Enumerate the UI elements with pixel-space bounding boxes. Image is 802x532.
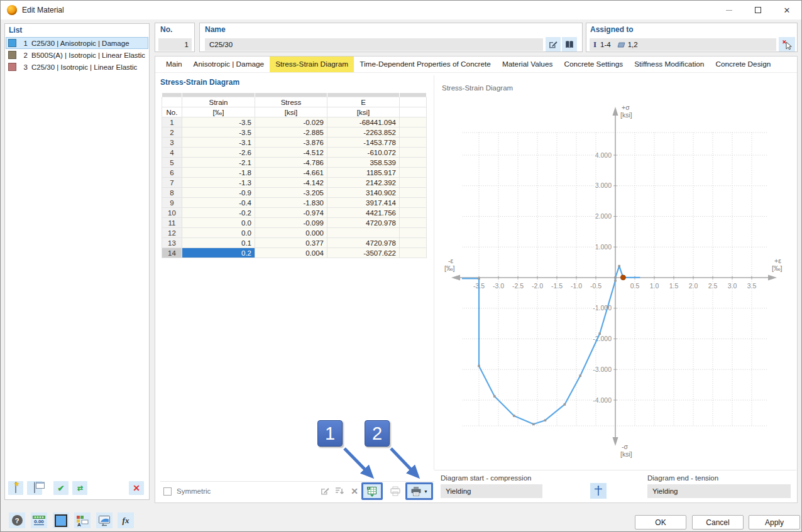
e-modulus-cell[interactable]: -1453.778 (327, 138, 400, 148)
stress-cell[interactable]: 0.377 (255, 238, 327, 248)
assigned-to-field[interactable]: I 1-4 1,2 (590, 38, 776, 51)
tab-concrete-settings[interactable]: Concrete Settings (558, 57, 629, 72)
delete-material-button[interactable]: ✕ (129, 481, 144, 495)
stress-cell[interactable]: -2.885 (255, 128, 327, 138)
row-number-cell[interactable]: 13 (162, 238, 182, 248)
e-modulus-cell[interactable]: 358.539 (327, 158, 400, 168)
strain-cell[interactable]: -0.9 (182, 188, 255, 198)
extra-cell[interactable] (400, 248, 427, 258)
ok-button[interactable]: OK (635, 515, 686, 529)
stress-cell[interactable]: -0.029 (255, 117, 327, 128)
display-properties-button[interactable]: A (74, 513, 91, 528)
stress-cell[interactable]: -3.876 (255, 138, 327, 148)
excel-import-button[interactable] (366, 486, 378, 497)
column-header[interactable] (400, 97, 427, 107)
list-item[interactable]: 1C25/30 | Anisotropic | Damage (6, 37, 148, 49)
symmetric-checkbox[interactable] (163, 487, 172, 496)
column-header[interactable]: E (327, 97, 400, 107)
strain-cell[interactable]: -3.5 (182, 128, 255, 138)
extra-cell[interactable] (400, 198, 427, 208)
extra-cell[interactable] (400, 188, 427, 198)
strain-cell[interactable]: 0.0 (182, 218, 255, 228)
stress-cell[interactable]: -0.099 (255, 218, 327, 228)
edit-name-button[interactable] (546, 37, 561, 52)
column-header[interactable]: Strain (182, 97, 255, 107)
e-modulus-cell[interactable]: 2142.392 (327, 178, 400, 188)
row-number-cell[interactable]: 6 (162, 168, 182, 178)
new-material-button[interactable]: ★ (8, 481, 23, 495)
e-modulus-cell[interactable]: 4421.756 (327, 208, 400, 218)
row-number-cell[interactable]: 3 (162, 138, 182, 148)
stress-cell[interactable]: -4.786 (255, 158, 327, 168)
sort-rows-button[interactable] (333, 485, 346, 497)
stress-cell[interactable]: -1.830 (255, 198, 327, 208)
decimal-places-button[interactable]: 0.00 (31, 513, 47, 528)
row-number-cell[interactable]: 7 (162, 178, 182, 188)
extra-cell[interactable] (400, 168, 427, 178)
help-button[interactable]: ? (9, 513, 25, 528)
row-number-cell[interactable]: 12 (162, 228, 182, 238)
material-name-field[interactable]: C25/30 (205, 38, 543, 51)
e-modulus-cell[interactable]: -2263.852 (327, 128, 400, 138)
minimize-button[interactable] (715, 1, 744, 19)
close-button[interactable]: ✕ (772, 1, 801, 19)
formula-button[interactable]: fx (118, 513, 134, 528)
extra-cell[interactable] (400, 228, 427, 238)
tab-anisotropic-damage[interactable]: Anisotropic | Damage (188, 57, 270, 72)
stress-cell[interactable]: 0.000 (255, 228, 327, 238)
print-preview-button[interactable] (389, 485, 402, 497)
edit-point-button[interactable] (319, 485, 331, 497)
e-modulus-cell[interactable]: -68441.094 (327, 117, 400, 128)
extra-cell[interactable] (400, 178, 427, 188)
row-number-cell[interactable]: 8 (162, 188, 182, 198)
apply-button[interactable]: Apply (749, 515, 800, 529)
stress-cell[interactable]: -4.661 (255, 168, 327, 178)
extra-cell[interactable] (400, 117, 427, 128)
axis-settings-button[interactable] (590, 483, 607, 499)
e-modulus-cell[interactable]: 3140.902 (327, 188, 400, 198)
strain-cell[interactable]: 0.0 (182, 228, 255, 238)
strain-cell[interactable]: -3.1 (182, 138, 255, 148)
list-item[interactable]: 2B500S(A) | Isotropic | Linear Elastic (6, 49, 148, 61)
stress-strain-chart[interactable]: -3.5-3.0-2.5-2.0-1.5-1.0-0.50.51.01.52.0… (434, 80, 796, 469)
rendering-button[interactable] (96, 513, 113, 528)
material-number-field[interactable]: 1 (158, 38, 192, 51)
row-number-cell[interactable]: 5 (162, 158, 182, 168)
row-number-cell[interactable]: 14 (162, 248, 182, 258)
toggle-selection-button[interactable]: ⇄ (72, 481, 87, 495)
strain-cell[interactable]: 0.2 (182, 248, 255, 258)
cancel-button[interactable]: Cancel (692, 515, 744, 529)
stress-cell[interactable]: -0.974 (255, 208, 327, 218)
strain-cell[interactable]: -3.5 (182, 117, 255, 128)
stress-cell[interactable]: -4.142 (255, 178, 327, 188)
e-modulus-cell[interactable]: 4720.978 (327, 218, 400, 228)
select-all-button[interactable]: ✔ (53, 481, 69, 495)
row-number-cell[interactable]: 10 (162, 208, 182, 218)
e-modulus-cell[interactable]: 3917.414 (327, 198, 400, 208)
tab-material-values[interactable]: Material Values (497, 57, 558, 72)
select-assignment-button[interactable] (779, 37, 795, 52)
extra-cell[interactable] (400, 148, 427, 158)
tab-stiffness-modification[interactable]: Stiffness Modification (629, 57, 710, 72)
row-number-cell[interactable]: 11 (162, 218, 182, 228)
strain-cell[interactable]: 0.1 (182, 238, 255, 248)
print-dropdown-arrow[interactable]: ▼ (424, 489, 428, 494)
delete-rows-button[interactable]: ✕ (348, 485, 361, 497)
column-header[interactable] (162, 97, 182, 107)
extra-cell[interactable] (400, 238, 427, 248)
e-modulus-cell[interactable]: 4720.978 (327, 238, 400, 248)
e-modulus-cell[interactable]: -610.072 (327, 148, 400, 158)
tab-concrete-design[interactable]: Concrete Design (710, 57, 776, 72)
stress-cell[interactable]: -4.512 (255, 148, 327, 158)
tab-stress-strain-diagram[interactable]: Stress-Strain Diagram (270, 57, 354, 72)
color-button[interactable] (53, 513, 69, 528)
strain-cell[interactable]: -1.8 (182, 168, 255, 178)
tab-main[interactable]: Main (160, 57, 188, 72)
extra-cell[interactable] (400, 208, 427, 218)
e-modulus-cell[interactable]: 1185.917 (327, 168, 400, 178)
row-number-cell[interactable]: 2 (162, 128, 182, 138)
maximize-button[interactable] (744, 1, 772, 19)
strain-cell[interactable]: -1.3 (182, 178, 255, 188)
strain-cell[interactable]: -2.1 (182, 158, 255, 168)
print-button[interactable]: ▼ (410, 486, 428, 496)
